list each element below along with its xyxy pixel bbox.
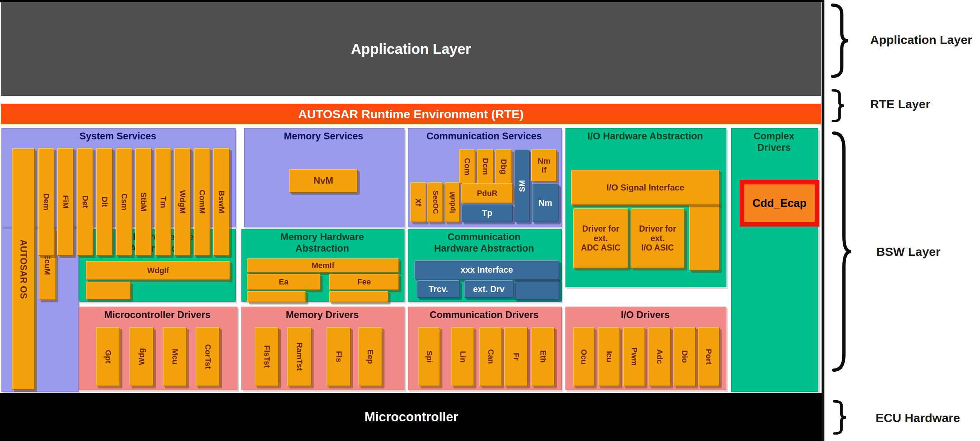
side-label-application-layer: Application Layer — [870, 33, 972, 47]
title-microcontroller-drivers: Microcontroller Drivers — [79, 309, 236, 321]
module-dio: Dio — [673, 327, 696, 386]
module-nvm: NvM — [289, 169, 358, 193]
module-cdd-ecap: Cdd_Ecap — [740, 180, 819, 227]
module-wdgm: WdgM — [174, 148, 191, 256]
module-dem: Dem — [38, 148, 54, 256]
title-memory-drivers: Memory Drivers — [242, 309, 403, 321]
bsw-layer-brace-icon — [829, 129, 852, 374]
module-dcm: Dcm — [477, 149, 494, 184]
module-pwm: Pwm — [623, 327, 645, 386]
module-fim: FiM — [57, 148, 74, 256]
module-mcu: Mcu — [163, 327, 187, 386]
module-det: Det — [77, 148, 93, 256]
module-sm: SM — [514, 149, 530, 222]
module-fee-unlabeled — [329, 291, 388, 302]
panel-complex-drivers — [731, 128, 818, 392]
module-csm: Csm — [116, 148, 132, 256]
module-ipdum: IpduM — [445, 182, 460, 222]
module-tm: Tm — [155, 148, 171, 256]
module-can: Can — [479, 327, 502, 386]
module-nm: Nm — [532, 183, 559, 222]
module-eth: Eth — [531, 327, 555, 386]
module-memif: MemIf — [247, 259, 399, 273]
module-fee: Fee — [329, 274, 399, 290]
module-ramtst: RamTst — [287, 327, 312, 386]
application-layer-brace-icon — [828, 3, 849, 79]
module-eep: Eep — [358, 327, 382, 386]
title-system-services: System Services — [2, 131, 234, 142]
title-communication-drivers: Communication Drivers — [408, 309, 560, 321]
rte-layer-brace-icon — [830, 89, 845, 122]
ecu-hardware-brace-icon — [831, 400, 847, 435]
module-icu: Icu — [598, 327, 620, 386]
module-spi: Spi — [418, 327, 440, 386]
module-nm-if: Nm If — [531, 149, 557, 182]
title-communication-hw-abstraction: Communication Hardware Abstraction — [408, 232, 560, 254]
title-memory-services: Memory Services — [244, 131, 403, 142]
module-wdg: Wdg — [129, 327, 154, 386]
module-com: Com — [459, 149, 475, 184]
module-fls: Fls — [326, 327, 351, 386]
title-complex-drivers: Complex Drivers — [731, 131, 817, 154]
module-dlt: Dlt — [96, 148, 113, 256]
module-driver-ext-io-asic: Driver for ext. I/O ASIC — [630, 208, 684, 268]
module-flstst: FlsTst — [255, 327, 279, 386]
module-onboard-unlabeled — [86, 282, 131, 300]
module-io-signal-interface: I/O Signal Interface — [571, 170, 720, 205]
module-io-signal-interface-leg — [689, 203, 720, 271]
module-wdgif: WdgIf — [86, 261, 230, 280]
module-cortst: CorTst — [196, 327, 220, 386]
module-ocu: Ocu — [573, 327, 595, 386]
module-dbg: Dbg — [495, 149, 512, 184]
microcontroller-banner: Microcontroller — [0, 393, 822, 441]
module-driver-ext-adc-asic: Driver for ext. ADC ASIC — [573, 208, 628, 268]
module-autosar-os: AUTOSAR OS — [12, 148, 35, 390]
title-io-hw-abstraction: I/O Hardware Abstraction — [565, 131, 725, 142]
title-io-drivers: I/O Drivers — [565, 309, 725, 321]
module-comm: ComM — [194, 148, 210, 256]
module-ea: Ea — [247, 274, 320, 290]
title-memory-hw-abstraction: Memory Hardware Abstraction — [242, 232, 403, 254]
module-adc: Adc — [648, 327, 671, 386]
module-bswm: BswM — [213, 148, 230, 256]
vertical-divider-line — [822, 0, 824, 441]
module-trcv: Trcv. — [417, 280, 460, 298]
module-tp: Tp — [461, 204, 513, 222]
module-xxx-interface: xxx Interface — [414, 260, 559, 279]
side-label-rte-layer: RTE Layer — [870, 97, 930, 111]
rte-banner: AUTOSAR Runtime Environment (RTE) — [1, 104, 821, 124]
module-fr: Fr — [504, 327, 528, 386]
module-stbm: StbM — [135, 148, 152, 256]
side-label-ecu-hardware: ECU Hardware — [875, 411, 960, 425]
module-comm-hw-leg — [514, 278, 559, 300]
side-label-bsw-layer: BSW Layer — [876, 245, 941, 259]
module-secoc: SecOC — [427, 182, 443, 222]
module-xf: Xf — [410, 182, 426, 222]
module-ea-unlabeled — [247, 291, 306, 302]
module-port: Port — [698, 327, 720, 386]
title-communication-services: Communication Services — [408, 131, 560, 142]
application-layer-banner: Application Layer — [1, 2, 821, 96]
module-pdur: PduR — [461, 183, 513, 203]
autosar-architecture-diagram: Application Layer AUTOSAR Runtime Enviro… — [0, 0, 980, 441]
module-lin: Lin — [451, 327, 474, 386]
module-ext-drv: ext. Drv — [464, 280, 514, 298]
module-gpt: Gpt — [96, 327, 120, 386]
